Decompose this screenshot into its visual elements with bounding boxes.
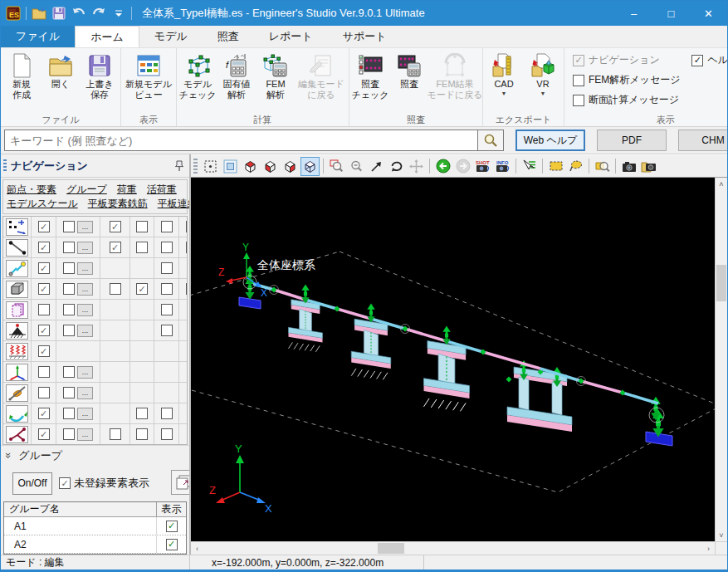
grid-checkbox[interactable]	[186, 221, 187, 232]
vertical-scrollbar[interactable]: ˄ ˅	[715, 178, 727, 541]
grid-checkbox[interactable]	[38, 221, 50, 232]
grid-checkbox[interactable]	[38, 366, 50, 378]
tab-モデル[interactable]: モデル	[139, 26, 203, 47]
group-onoff-button[interactable]: On/Off	[12, 472, 52, 495]
grid-checkbox[interactable]	[161, 428, 173, 440]
group-dialog-button[interactable]	[171, 470, 189, 495]
local-axes-icon[interactable]	[6, 364, 28, 381]
grid-checkbox[interactable]	[63, 242, 75, 253]
tab-ファイル[interactable]: ファイル	[1, 26, 75, 47]
grid-checkbox[interactable]	[63, 408, 75, 419]
unregistered-elements-toggle[interactable]: 未登録要素表示	[59, 476, 149, 491]
maximize-button[interactable]: □	[652, 1, 690, 26]
spring-element-icon[interactable]	[6, 260, 28, 277]
ribbon-button-開く[interactable]: 開く	[42, 50, 80, 111]
tab-照査[interactable]: 照査	[203, 26, 254, 47]
cube-view-2-icon[interactable]	[261, 157, 280, 176]
open-folder-small-icon[interactable]	[32, 6, 46, 21]
grid-checkbox[interactable]	[63, 387, 75, 398]
nav-link-平板連結[interactable]: 平板連結	[158, 197, 191, 211]
cube-view-1-icon[interactable]	[241, 157, 260, 176]
tab-ホーム[interactable]: ホーム	[75, 26, 139, 47]
nav-link-モデルスケール[interactable]: モデルスケール	[7, 197, 78, 211]
curved-member-icon[interactable]	[6, 405, 28, 423]
grid-checkbox[interactable]	[161, 221, 173, 232]
ellipsis-button[interactable]: ...	[77, 262, 93, 275]
ellipsis-button[interactable]: ...	[77, 325, 93, 337]
node-element-icon[interactable]	[6, 218, 28, 236]
rect-select-icon[interactable]	[546, 157, 565, 176]
ribbon-check-FEM解析メッセージ[interactable]: FEM解析メッセージ	[573, 73, 680, 87]
grid-checkbox[interactable]	[136, 283, 148, 295]
ribbon-button-FEM解析[interactable]: FEM解析	[257, 50, 295, 111]
ellipsis-button[interactable]: ...	[77, 408, 93, 420]
support-icon[interactable]	[6, 322, 28, 340]
grid-checkbox[interactable]	[186, 283, 187, 295]
scroll-left-arrow[interactable]: ‹	[191, 545, 203, 553]
rotate-view-icon[interactable]	[387, 157, 406, 176]
pointer-lines-icon[interactable]	[520, 157, 539, 176]
dropdown-arrow-icon[interactable]: ▼	[540, 90, 546, 96]
nav-link-節点・要素[interactable]: 節点・要素	[7, 183, 56, 197]
minimize-button[interactable]: –	[615, 1, 652, 26]
fit-view-icon[interactable]	[221, 157, 240, 176]
dropdown-arrow-icon[interactable]: ▼	[501, 90, 507, 96]
group-row-A2[interactable]: A2	[4, 535, 186, 554]
nav-link-活荷重[interactable]: 活荷重	[147, 183, 177, 197]
ellipsis-button[interactable]: ...	[77, 221, 93, 233]
grid-checkbox[interactable]	[63, 428, 75, 440]
zoom-arrow-icon[interactable]	[367, 157, 386, 176]
nav-link-平板要素鉄筋[interactable]: 平板要素鉄筋	[88, 197, 148, 211]
grid-checkbox[interactable]	[161, 304, 173, 315]
ellipsis-button[interactable]: ...	[77, 428, 93, 441]
checkbox[interactable]	[573, 75, 584, 86]
viewport-3d[interactable]: Y Z X 全体座標系 Y Z X	[191, 178, 715, 541]
ellipsis-button[interactable]: ...	[77, 387, 93, 399]
undo-icon[interactable]	[71, 6, 86, 21]
checkbox[interactable]	[691, 55, 703, 66]
shot-camera-icon[interactable]: SHOT	[473, 157, 492, 176]
nav-link-グループ[interactable]: グループ	[66, 183, 107, 197]
group-row-A1[interactable]: A1	[4, 517, 186, 535]
select-region-icon[interactable]	[201, 157, 220, 176]
solid-element-icon[interactable]	[6, 281, 28, 298]
grid-checkbox[interactable]	[38, 242, 50, 253]
search-input[interactable]	[4, 130, 477, 151]
scroll-down-arrow[interactable]: ˅	[716, 529, 727, 541]
grid-checkbox[interactable]	[38, 428, 50, 440]
grid-checkbox[interactable]	[63, 366, 75, 378]
ribbon-button-照査チェック[interactable]: 照査チェック	[351, 50, 389, 111]
grid-checkbox[interactable]	[38, 262, 50, 274]
beam-element-icon[interactable]	[6, 239, 28, 257]
group-visible-checkbox[interactable]	[166, 539, 178, 550]
grid-checkbox[interactable]	[136, 242, 148, 253]
zoom-out-icon[interactable]	[347, 157, 366, 176]
grid-checkbox[interactable]	[110, 242, 121, 253]
grid-checkbox[interactable]	[38, 325, 50, 336]
info-camera-icon[interactable]: INFO	[493, 157, 512, 176]
ellipsis-button[interactable]: ...	[77, 242, 93, 254]
panel-grip[interactable]	[3, 159, 7, 173]
grid-checkbox[interactable]	[110, 221, 121, 232]
grid-checkbox[interactable]	[63, 283, 75, 295]
ribbon-button-モデルチェック[interactable]: モデルチェック	[178, 50, 217, 111]
zoom-selected-icon[interactable]	[593, 157, 612, 176]
grid-checkbox[interactable]	[38, 387, 50, 398]
ground-spring-icon[interactable]	[6, 343, 28, 360]
exclude-icon[interactable]	[6, 384, 28, 402]
grid-checkbox[interactable]	[161, 408, 173, 419]
vertical-scroll-thumb[interactable]	[716, 265, 726, 301]
ribbon-button-上書き保存[interactable]: 上書き保存	[81, 50, 119, 111]
grid-checkbox[interactable]	[136, 221, 148, 232]
toolbar-grip[interactable]	[193, 159, 198, 174]
help-button-PDF[interactable]: PDF	[597, 130, 667, 151]
grid-checkbox[interactable]	[110, 283, 121, 295]
ribbon-button-照査[interactable]: 照査	[390, 50, 428, 111]
more-drop-icon[interactable]	[111, 6, 126, 21]
help-button-Web ヘルプ[interactable]: Web ヘルプ	[515, 130, 585, 151]
checkbox[interactable]	[573, 55, 584, 66]
search-button[interactable]	[477, 130, 504, 151]
grid-checkbox[interactable]	[63, 221, 75, 232]
grid-checkbox[interactable]	[161, 283, 173, 295]
horizontal-scrollbar[interactable]: ‹ ›	[191, 541, 715, 555]
